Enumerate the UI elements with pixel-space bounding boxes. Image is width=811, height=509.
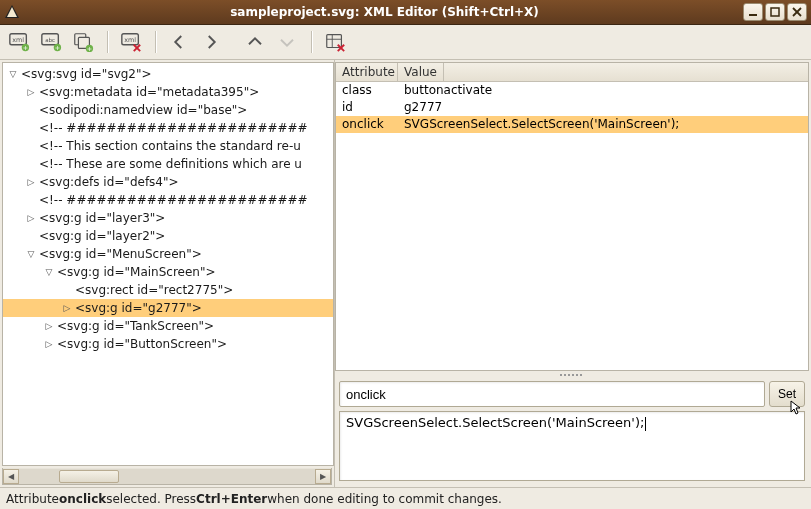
triangle-down-icon[interactable]: ▽ — [43, 267, 55, 277]
tree-row[interactable]: ▷<svg:g id="layer3"> — [3, 209, 333, 227]
toolbar-separator — [304, 28, 318, 56]
triangle-down-icon[interactable]: ▽ — [25, 249, 37, 259]
status-attrname: onclick — [59, 492, 106, 506]
tree-row[interactable]: <!-- ######################## — [3, 191, 333, 209]
triangle-right-icon[interactable]: ▷ — [43, 339, 55, 349]
attribute-name: onclick — [336, 116, 398, 133]
set-attribute-button[interactable]: Set — [769, 381, 805, 407]
attribute-table[interactable]: Attribute Value classbuttonactivateidg27… — [335, 62, 809, 371]
new-element-node-button[interactable]: xml+ — [4, 27, 34, 57]
new-text-node-button[interactable]: abc+ — [36, 27, 66, 57]
tree-node-label: <svg:g id="MainScreen"> — [55, 265, 216, 279]
attribute-name-input[interactable] — [339, 381, 765, 407]
delete-node-button[interactable]: xml — [116, 27, 146, 57]
set-button-label: Set — [778, 387, 796, 401]
tree-node-label: <sodipodi:namedview id="base"> — [37, 103, 247, 117]
triangle-right-icon[interactable]: ▷ — [25, 213, 37, 223]
tree-node-label: <!-- ######################## — [37, 121, 308, 135]
tree-row[interactable]: ▷<svg:metadata id="metadata395"> — [3, 83, 333, 101]
tree-row[interactable]: <svg:rect id="rect2775"> — [3, 281, 333, 299]
tree-row[interactable]: <svg:g id="layer2"> — [3, 227, 333, 245]
move-node-up-button[interactable] — [240, 27, 270, 57]
unindent-node-button[interactable] — [164, 27, 194, 57]
attribute-table-header: Attribute Value — [336, 63, 808, 82]
scroll-thumb[interactable] — [59, 470, 119, 483]
svg-text:xml: xml — [12, 36, 24, 44]
indent-node-button[interactable] — [196, 27, 226, 57]
attribute-value: buttonactivate — [398, 82, 808, 99]
attribute-header-value: Value — [398, 63, 444, 81]
svg-rect-3 — [771, 8, 779, 16]
tree-row[interactable]: ▷<svg:g id="g2777"> — [3, 299, 333, 317]
attribute-row[interactable]: idg2777 — [336, 99, 808, 116]
window-title: sampleproject.svg: XML Editor (Shift+Ctr… — [26, 5, 743, 19]
tree-row[interactable]: ▽<svg:svg id="svg2"> — [3, 65, 333, 83]
tree-row[interactable]: ▽<svg:g id="MenuScreen"> — [3, 245, 333, 263]
triangle-right-icon[interactable]: ▷ — [25, 87, 37, 97]
tree-node-label: <!-- This section contains the standard … — [37, 139, 301, 153]
pane-splitter[interactable] — [335, 371, 809, 379]
tree-horizontal-scrollbar[interactable]: ◀ ▶ — [2, 468, 332, 485]
tree-node-label: <svg:metadata id="metadata395"> — [37, 85, 259, 99]
attribute-value: g2777 — [398, 99, 808, 116]
tree-row[interactable]: ▽<svg:g id="MainScreen"> — [3, 263, 333, 281]
close-button[interactable] — [787, 3, 807, 21]
tree-node-label: <svg:g id="MenuScreen"> — [37, 247, 202, 261]
attribute-row[interactable]: onclickSVGScreenSelect.SelectScreen('Mai… — [336, 116, 808, 133]
toolbar-separator — [100, 28, 114, 56]
tree-node-label: <svg:defs id="defs4"> — [37, 175, 179, 189]
toolbar-separator — [148, 28, 162, 56]
tree-row[interactable]: <!-- ######################## — [3, 119, 333, 137]
tree-panel: ▽<svg:svg id="svg2">▷<svg:metadata id="m… — [0, 60, 335, 487]
triangle-right-icon[interactable]: ▷ — [43, 321, 55, 331]
tree-node-label: <svg:rect id="rect2775"> — [73, 283, 233, 297]
triangle-down-icon[interactable]: ▽ — [7, 69, 19, 79]
delete-attribute-button[interactable] — [320, 27, 350, 57]
tree-row[interactable]: <!-- This section contains the standard … — [3, 137, 333, 155]
attribute-header-name: Attribute — [336, 63, 398, 81]
tree-row[interactable]: ▷<svg:g id="ButtonScreen"> — [3, 335, 333, 353]
tree-node-label: <!-- These are some definitions which ar… — [37, 157, 302, 171]
move-node-down-button[interactable] — [272, 27, 302, 57]
app-icon — [4, 4, 20, 20]
scroll-track[interactable] — [19, 469, 315, 484]
scroll-left-button[interactable]: ◀ — [3, 469, 19, 484]
toolbar: xml+ abc+ + xml — [0, 25, 811, 60]
attribute-value: SVGScreenSelect.SelectScreen('MainScreen… — [398, 116, 808, 133]
minimize-button[interactable] — [743, 3, 763, 21]
tree-node-label: <!-- ######################## — [37, 193, 308, 207]
tree-row[interactable]: <sodipodi:namedview id="base"> — [3, 101, 333, 119]
tree-node-label: <svg:g id="layer2"> — [37, 229, 165, 243]
status-shortcut: Ctrl+Enter — [196, 492, 267, 506]
svg-text:xml: xml — [124, 36, 136, 44]
tree-row[interactable]: ▷<svg:g id="TankScreen"> — [3, 317, 333, 335]
triangle-right-icon[interactable]: ▷ — [25, 177, 37, 187]
titlebar: sampleproject.svg: XML Editor (Shift+Ctr… — [0, 0, 811, 25]
tree-row[interactable]: <!-- These are some definitions which ar… — [3, 155, 333, 173]
tree-node-label: <svg:g id="layer3"> — [37, 211, 165, 225]
svg-rect-2 — [749, 14, 757, 16]
tree-node-label: <svg:g id="g2777"> — [73, 301, 202, 315]
status-text: Attribute — [6, 492, 59, 506]
text-caret — [645, 417, 646, 431]
attribute-row[interactable]: classbuttonactivate — [336, 82, 808, 99]
tree-node-label: <svg:g id="ButtonScreen"> — [55, 337, 227, 351]
svg-text:+: + — [87, 45, 92, 53]
attribute-value-textarea[interactable]: SVGScreenSelect.SelectScreen('MainScreen… — [339, 411, 805, 481]
attribute-name: class — [336, 82, 398, 99]
tree-row[interactable]: ▷<svg:defs id="defs4"> — [3, 173, 333, 191]
status-text: selected. Press — [106, 492, 196, 506]
status-bar: Attribute onclick selected. Press Ctrl+E… — [0, 487, 811, 509]
svg-text:+: + — [55, 44, 60, 52]
xml-tree[interactable]: ▽<svg:svg id="svg2">▷<svg:metadata id="m… — [2, 62, 334, 466]
svg-text:abc: abc — [45, 37, 55, 43]
maximize-button[interactable] — [765, 3, 785, 21]
tree-node-label: <svg:svg id="svg2"> — [19, 67, 152, 81]
scroll-right-button[interactable]: ▶ — [315, 469, 331, 484]
svg-text:+: + — [23, 44, 28, 52]
duplicate-node-button[interactable]: + — [68, 27, 98, 57]
triangle-right-icon[interactable]: ▷ — [61, 303, 73, 313]
attribute-name: id — [336, 99, 398, 116]
status-text: when done editing to commit changes. — [267, 492, 502, 506]
attribute-value-text: SVGScreenSelect.SelectScreen('MainScreen… — [346, 415, 644, 430]
